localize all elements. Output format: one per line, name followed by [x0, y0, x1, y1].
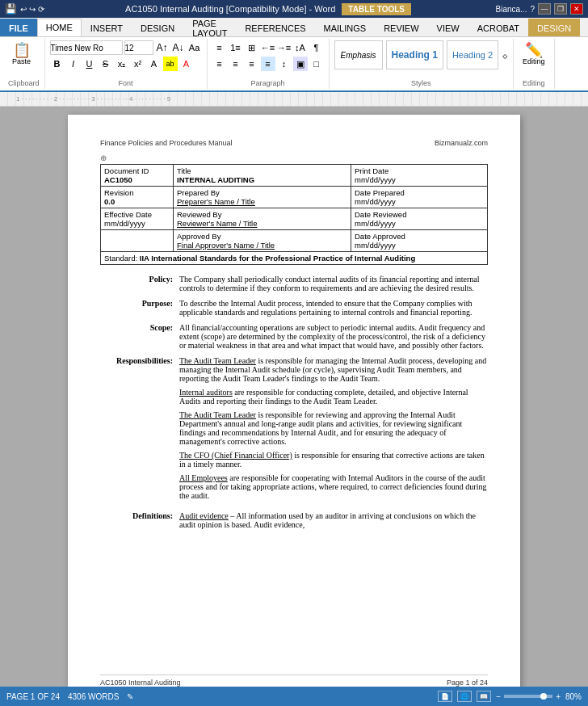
text-effect-btn[interactable]: A — [147, 57, 162, 71]
ruler: 1 · · · · · · · · · 2 · · · · · · · · · … — [0, 92, 588, 107]
header-left: Finance Policies and Procedures Manual — [100, 139, 233, 147]
style-emphasis-btn[interactable]: Emphasis — [334, 40, 383, 69]
status-right: 📄 🌐 📖 − + 80% — [438, 691, 582, 702]
tab-design[interactable]: DESIGN — [132, 19, 183, 36]
italic-btn[interactable]: I — [66, 57, 81, 71]
strikethrough-btn[interactable]: S — [99, 57, 113, 71]
restore-btn[interactable]: ❐ — [554, 3, 567, 15]
font-grow-btn[interactable]: A↑ — [155, 40, 170, 55]
tab-file[interactable]: FILE — [0, 19, 37, 36]
increase-indent-btn[interactable]: →≡ — [277, 40, 292, 55]
paste-label: Paste — [12, 57, 31, 65]
decrease-indent-btn[interactable]: ←≡ — [261, 40, 275, 55]
zoom-minus-btn[interactable]: − — [496, 692, 501, 701]
align-center-btn[interactable]: ≡ — [229, 57, 243, 71]
editing-group-label: Editing — [519, 78, 549, 87]
definitions-section: Definitions: Audit evidence – All inform… — [100, 511, 488, 529]
ribbon: 📋 Paste Clipboard A↑ A↓ Aa B I U S x₂ x²… — [0, 37, 588, 92]
page-info: PAGE 1 OF 24 — [6, 692, 60, 701]
style-heading1-btn[interactable]: Heading 1 — [386, 40, 443, 69]
page-header: Finance Policies and Procedures Manual B… — [100, 139, 488, 147]
track-changes-icon: ✎ — [127, 692, 133, 701]
clipboard-label: Clipboard — [8, 78, 40, 87]
tab-table-design[interactable]: DESIGN — [528, 19, 580, 36]
bullets-btn[interactable]: ≡ — [212, 40, 227, 55]
align-left-btn[interactable]: ≡ — [212, 57, 227, 71]
help-btn[interactable]: ? — [530, 5, 535, 14]
standard-row: Standard: IIA International Standards fo… — [101, 252, 488, 265]
document-title: AC1050 Internal Auditing [Compatibility … — [125, 4, 335, 14]
font-shrink-btn[interactable]: A↓ — [171, 40, 186, 55]
superscript-btn[interactable]: x² — [131, 57, 145, 71]
font-color-btn[interactable]: A — [179, 57, 194, 71]
zoom-slider[interactable] — [504, 695, 552, 698]
title-bar: 💾 ↩ ↪ ⟳ AC1050 Internal Auditing [Compat… — [0, 0, 588, 18]
underline-btn[interactable]: U — [82, 57, 97, 71]
ribbon-tabs: FILE HOME INSERT DESIGN PAGE LAYOUT REFE… — [0, 18, 588, 37]
title-bar-left: 💾 ↩ ↪ ⟳ — [5, 3, 44, 15]
numbering-btn[interactable]: 1≡ — [229, 40, 243, 55]
shading-btn[interactable]: ▣ — [293, 57, 308, 71]
tab-review[interactable]: REVIEW — [375, 19, 427, 36]
tab-page-layout[interactable]: PAGE LAYOUT — [183, 19, 236, 36]
page-footer: AC1050 Internal Auditing Page 1 of 24 — [100, 674, 488, 687]
page-view-read[interactable]: 📖 — [477, 691, 491, 702]
effective-date-cell: Effective Date mm/dd/yyyy — [101, 208, 174, 230]
purpose-text: To describe the Internal Audit process, … — [179, 299, 488, 317]
editing-btn[interactable]: ✏️ Editing — [519, 40, 549, 68]
page-view-print[interactable]: 📄 — [438, 691, 452, 702]
justify-btn[interactable]: ≡ — [261, 57, 275, 71]
purpose-section: Purpose: To describe the Internal Audit … — [100, 299, 488, 317]
style-heading2-btn[interactable]: Heading 2 — [447, 40, 498, 69]
tab-references[interactable]: REFERENCES — [236, 19, 314, 36]
policy-section: Policy: The Company shall periodically c… — [100, 275, 488, 292]
doc-id-label-cell: Document ID AC1050 — [101, 165, 174, 187]
minimize-btn[interactable]: — — [538, 3, 551, 15]
subscript-btn[interactable]: x₂ — [115, 57, 129, 71]
align-right-btn[interactable]: ≡ — [245, 57, 259, 71]
line-spacing-btn[interactable]: ↕ — [277, 57, 292, 71]
close-btn[interactable]: ✕ — [570, 3, 583, 15]
page-view-web[interactable]: 🌐 — [457, 691, 472, 702]
tab-layout[interactable]: LAYOUT — [580, 19, 588, 36]
document-info-table: Document ID AC1050 Title INTERNAL AUDITI… — [100, 164, 488, 265]
title-bar-center: AC1050 Internal Auditing [Compatibility … — [44, 3, 496, 15]
status-bar: PAGE 1 OF 24 4306 WORDS ✎ 📄 🌐 📖 − + 80% — [0, 687, 588, 706]
responsibilities-section: Responsibilities: The Audit Team Leader … — [100, 356, 488, 505]
footer-left: AC1050 Internal Auditing — [100, 679, 181, 687]
tab-mailings[interactable]: MAILINGS — [315, 19, 376, 36]
font-name-input[interactable] — [50, 40, 123, 55]
tab-acrobat[interactable]: ACROBAT — [468, 19, 528, 36]
show-para-btn[interactable]: ¶ — [309, 40, 324, 55]
bold-btn[interactable]: B — [50, 57, 65, 71]
font-size-input[interactable] — [124, 40, 153, 55]
styles-more-btn[interactable]: ⬦ — [502, 48, 508, 61]
policy-text: The Company shall periodically conduct i… — [179, 275, 488, 292]
document-page: Finance Policies and Procedures Manual B… — [68, 115, 520, 687]
header-right: Bizmanualz.com — [435, 139, 488, 147]
scope-text: All financial/accounting operations are … — [179, 323, 488, 350]
ribbon-editing-group: ✏️ Editing Editing — [514, 39, 555, 89]
reviewed-by-cell: Reviewed By Reviewer's Name / Title — [174, 208, 351, 230]
tab-view[interactable]: VIEW — [428, 19, 468, 36]
ruler-label: 1 · · · · · · · · · 2 · · · · · · · · · … — [16, 95, 170, 103]
scope-label: Scope: — [100, 323, 173, 350]
editing-label: Editing — [523, 57, 545, 65]
table-add-row[interactable]: ⊕ — [100, 153, 488, 162]
sort-btn[interactable]: ↕A — [293, 40, 308, 55]
zoom-plus-btn[interactable]: + — [556, 692, 561, 701]
ribbon-font-group: A↑ A↓ Aa B I U S x₂ x² A ab A Font — [45, 39, 208, 89]
tab-home[interactable]: HOME — [37, 19, 82, 36]
tab-insert[interactable]: INSERT — [82, 19, 132, 36]
ribbon-styles-group: Emphasis Heading 1 Heading 2 ⬦ Styles — [330, 39, 514, 89]
zoom-bar: − + — [496, 692, 561, 701]
footer-right: Page 1 of 24 — [447, 679, 488, 687]
text-highlight-btn[interactable]: ab — [163, 57, 178, 71]
change-case-btn[interactable]: Aa — [187, 40, 202, 55]
approved-by-cell: Approved By Final Approver's Name / Titl… — [174, 230, 351, 252]
border-btn[interactable]: □ — [309, 57, 324, 71]
paste-btn[interactable]: 📋 Paste — [8, 40, 35, 68]
definitions-label: Definitions: — [100, 511, 173, 529]
date-prepared-cell: Date Prepared mm/dd/yyyy — [351, 187, 488, 208]
multi-level-btn[interactable]: ⊞ — [245, 40, 259, 55]
